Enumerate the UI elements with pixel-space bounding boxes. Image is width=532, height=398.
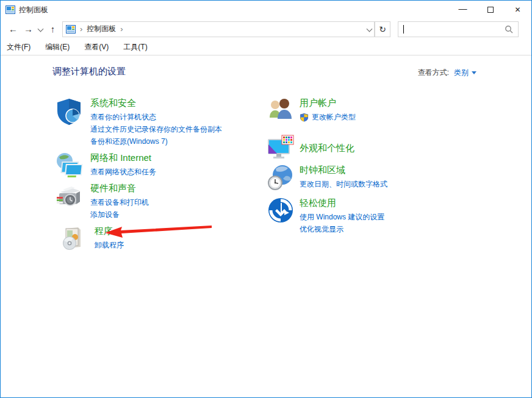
network-globe-icon[interactable]	[54, 152, 84, 181]
breadcrumb-chevron[interactable]: ›	[120, 24, 123, 34]
window-title: 控制面板	[19, 5, 449, 15]
category-title-ease-of-access[interactable]: 轻松使用	[300, 197, 384, 209]
chevron-down-icon	[367, 26, 373, 32]
category-appearance-personalization: 外观和个性化	[267, 135, 354, 162]
category-title-user-accounts[interactable]: 用户帐户	[300, 97, 356, 109]
shield-security-icon[interactable]	[54, 97, 84, 126]
appearance-monitor-icon[interactable]	[267, 135, 294, 162]
user-accounts-icon[interactable]	[267, 97, 294, 124]
category-title-hardware-sound[interactable]: 硬件和声音	[90, 182, 149, 194]
chevron-down-icon	[38, 26, 44, 32]
page-title: 调整计算机的设置	[52, 66, 126, 77]
maximize-icon	[487, 7, 494, 13]
clock-globe-icon[interactable]	[267, 164, 294, 191]
breadcrumb-chevron: ›	[80, 24, 82, 34]
search-input[interactable]	[398, 21, 519, 37]
link-backup-restore-win7[interactable]: 备份和还原(Windows 7)	[90, 135, 222, 147]
category-clock-region: 时钟和区域 更改日期、时间或数字格式	[267, 164, 387, 191]
menu-file[interactable]: 文件(F)	[7, 42, 31, 52]
link-check-computer-status[interactable]: 查看你的计算机状态	[90, 111, 222, 123]
link-uninstall-program[interactable]: 卸载程序	[95, 239, 124, 251]
navigation-bar: ← → ↑ › 控制面板 › ↻	[1, 19, 531, 39]
view-by-control: 查看方式: 类别	[418, 68, 476, 78]
text-caret	[403, 25, 404, 34]
category-title-system-security[interactable]: 系统和安全	[90, 97, 222, 109]
maximize-button[interactable]	[476, 1, 504, 19]
control-panel-icon	[5, 5, 15, 15]
close-button[interactable]: ✕	[504, 1, 531, 19]
uac-shield-icon	[300, 113, 309, 122]
printer-sound-icon[interactable]	[54, 182, 84, 211]
category-programs: 程序 卸载程序	[59, 225, 124, 254]
refresh-button[interactable]: ↻	[375, 21, 390, 37]
category-hardware-sound: 硬件和声音 查看设备和打印机 添加设备	[54, 182, 149, 221]
search-icon	[505, 25, 513, 34]
ease-of-access-icon[interactable]	[267, 197, 294, 224]
link-change-account-type-label: 更改帐户类型	[312, 111, 356, 123]
recent-pages-dropdown[interactable]	[36, 21, 45, 37]
control-panel-window: { "window": { "title": "控制面板", "minimize…	[0, 0, 532, 398]
category-title-network-internet[interactable]: 网络和 Internet	[90, 152, 156, 164]
category-network-internet: 网络和 Internet 查看网络状态和任务	[54, 152, 156, 181]
address-history-dropdown[interactable]	[365, 21, 374, 37]
menu-edit[interactable]: 编辑(E)	[45, 42, 70, 52]
link-windows-suggested-settings[interactable]: 使用 Windows 建议的设置	[300, 211, 384, 223]
category-title-clock-region[interactable]: 时钟和区域	[300, 164, 387, 176]
link-optimize-visual-display[interactable]: 优化视觉显示	[300, 223, 384, 235]
link-change-date-time-format[interactable]: 更改日期、时间或数字格式	[300, 178, 387, 190]
minimize-button[interactable]: —	[449, 1, 476, 19]
link-add-device[interactable]: 添加设备	[90, 208, 149, 221]
back-button[interactable]: ←	[5, 21, 21, 37]
title-bar: 控制面板 — ✕	[1, 1, 531, 19]
breadcrumb-item[interactable]: 控制面板	[87, 24, 116, 34]
view-by-label: 查看方式:	[418, 68, 449, 78]
program-box-cd-icon[interactable]	[59, 225, 88, 254]
category-ease-of-access: 轻松使用 使用 Windows 建议的设置 优化视觉显示	[267, 197, 384, 235]
control-panel-small-icon	[66, 24, 76, 34]
forward-button[interactable]: →	[21, 21, 36, 37]
category-title-appearance[interactable]: 外观和个性化	[300, 142, 354, 154]
link-view-network-status[interactable]: 查看网络状态和任务	[90, 166, 156, 178]
link-change-account-type[interactable]: 更改帐户类型	[300, 111, 356, 123]
link-file-history-backup[interactable]: 通过文件历史记录保存你的文件备份副本	[90, 123, 222, 135]
menu-view[interactable]: 查看(V)	[84, 42, 109, 52]
category-title-programs[interactable]: 程序	[95, 225, 124, 237]
up-button[interactable]: ↑	[45, 21, 60, 37]
view-by-value[interactable]: 类别	[454, 68, 469, 78]
category-user-accounts: 用户帐户 更改帐户类型	[267, 97, 356, 124]
address-bar[interactable]: › 控制面板 ›	[62, 21, 375, 37]
content-area: 调整计算机的设置 查看方式: 类别 系统和安全 查看你的计算机状态 通过文件历史…	[1, 55, 531, 398]
dropdown-triangle-icon[interactable]	[472, 71, 476, 74]
menu-bar: 文件(F) 编辑(E) 查看(V) 工具(T)	[1, 39, 531, 55]
category-system-security: 系统和安全 查看你的计算机状态 通过文件历史记录保存你的文件备份副本 备份和还原…	[54, 97, 222, 147]
link-view-devices-printers[interactable]: 查看设备和打印机	[90, 196, 149, 208]
menu-tools[interactable]: 工具(T)	[123, 42, 147, 52]
